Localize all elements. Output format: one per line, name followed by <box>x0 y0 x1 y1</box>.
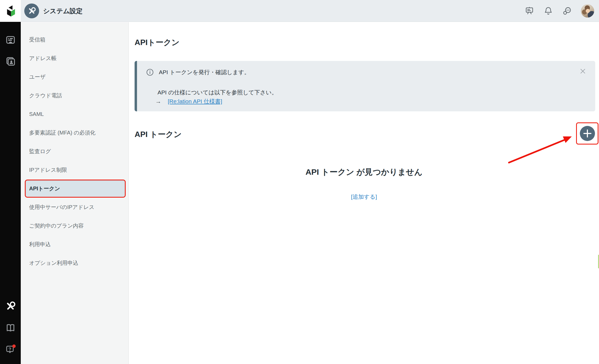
info-banner-line1: API トークンを発行・確認します。 <box>159 68 250 76</box>
arrow-glyph: → <box>155 98 161 105</box>
info-banner: API トークンを発行・確認します。 API の仕様については以下を参照して下さ… <box>135 61 595 111</box>
rail-addressbook-button[interactable] <box>5 56 16 67</box>
contact-cards-icon <box>5 56 16 67</box>
sidebar-item-label: アドレス帳 <box>29 55 57 62</box>
rail-help-button[interactable]: ? <box>5 344 16 355</box>
top-header: システム設定 <box>21 0 599 22</box>
close-icon <box>579 68 586 75</box>
chat-icon <box>562 6 572 16</box>
inbox-icon <box>5 35 16 45</box>
sidebar-item-label: オプション利用申込 <box>29 259 78 267</box>
notification-dot <box>12 345 16 348</box>
banner-close-button[interactable] <box>577 66 588 77</box>
scroll-edge-indicator <box>598 255 599 268</box>
sidebar-item-label: SAML <box>29 111 44 117</box>
sidebar-item-label: 受信箱 <box>29 36 45 43</box>
empty-state-add: [追加する] <box>129 193 599 201</box>
tools-icon <box>5 301 16 312</box>
rail-manual-button[interactable] <box>5 322 16 333</box>
sidebar-item[interactable]: IPアドレス制限 <box>21 161 128 179</box>
sidebar-item-label: クラウド電話 <box>29 92 62 99</box>
page-header-title: システム設定 <box>43 0 83 22</box>
sidebar-item[interactable]: アドレス帳 <box>21 49 128 68</box>
add-token-annotation-frame <box>576 122 598 145</box>
sidebar-item-label: ご契約中のプラン内容 <box>29 222 84 229</box>
bell-icon <box>543 6 553 16</box>
sidebar-item-label: 使用中サーバのIPアドレス <box>29 204 94 211</box>
help-icon: ? <box>5 344 16 355</box>
info-icon <box>146 68 154 76</box>
settings-sidebar: 受信箱 アドレス帳 ユーザ クラウド電話 SAML 多要素認証 (MFA) の必… <box>21 22 129 364</box>
app-logo[interactable] <box>0 0 21 22</box>
sidebar-item[interactable]: オプション利用申込 <box>21 254 128 272</box>
add-token-button[interactable] <box>580 126 595 141</box>
page-title: APIトークン <box>135 37 179 48</box>
announcements-button[interactable] <box>524 6 535 16</box>
user-avatar[interactable] <box>581 4 594 18</box>
add-token-link[interactable]: [追加する] <box>351 194 377 200</box>
sidebar-item-label: 利用申込 <box>29 241 51 248</box>
book-icon <box>5 322 16 333</box>
billboard-icon <box>525 6 534 16</box>
sidebar-item-label: ユーザ <box>29 73 46 81</box>
sidebar-item[interactable]: 利用申込 <box>21 235 128 254</box>
sidebar-item[interactable]: 多要素認証 (MFA) の必須化 <box>21 123 128 142</box>
rail-system-settings-button[interactable] <box>5 301 16 312</box>
sidebar-item[interactable]: クラウド電話 <box>21 86 128 105</box>
section-title: API トークン <box>135 129 182 140</box>
sidebar-item[interactable]: 監査ログ <box>21 142 128 161</box>
sidebar-item-label: 監査ログ <box>29 148 51 155</box>
plus-icon <box>583 129 591 138</box>
system-settings-badge <box>24 4 39 18</box>
sidebar-item-label: IPアドレス制限 <box>29 166 67 174</box>
help-question-glyph: ? <box>8 347 11 352</box>
tools-icon <box>28 7 36 15</box>
info-banner-line2: API の仕様については以下を参照して下さい。 <box>158 89 277 96</box>
app-rail: ? <box>0 0 21 364</box>
brand-logo-icon <box>5 4 16 19</box>
chat-button[interactable] <box>562 6 572 16</box>
sidebar-item[interactable]: ご契約中のプラン内容 <box>21 217 128 235</box>
sidebar-item[interactable]: SAML <box>21 105 128 123</box>
sidebar-item-label: APIトークン <box>29 185 60 192</box>
empty-state-title: API トークン が見つかりません <box>129 167 599 178</box>
rail-inbox-button[interactable] <box>5 35 16 45</box>
sidebar-item-label: 多要素認証 (MFA) の必須化 <box>29 129 95 136</box>
notifications-button[interactable] <box>543 6 553 16</box>
sidebar-item[interactable]: ユーザ <box>21 68 128 86</box>
sidebar-item[interactable]: 受信箱 <box>21 30 128 49</box>
sidebar-item[interactable]: APIトークン <box>25 180 126 198</box>
sidebar-item[interactable]: 使用中サーバのIPアドレス <box>21 198 128 217</box>
api-spec-link[interactable]: [Re:lation API 仕様書] <box>168 98 222 105</box>
